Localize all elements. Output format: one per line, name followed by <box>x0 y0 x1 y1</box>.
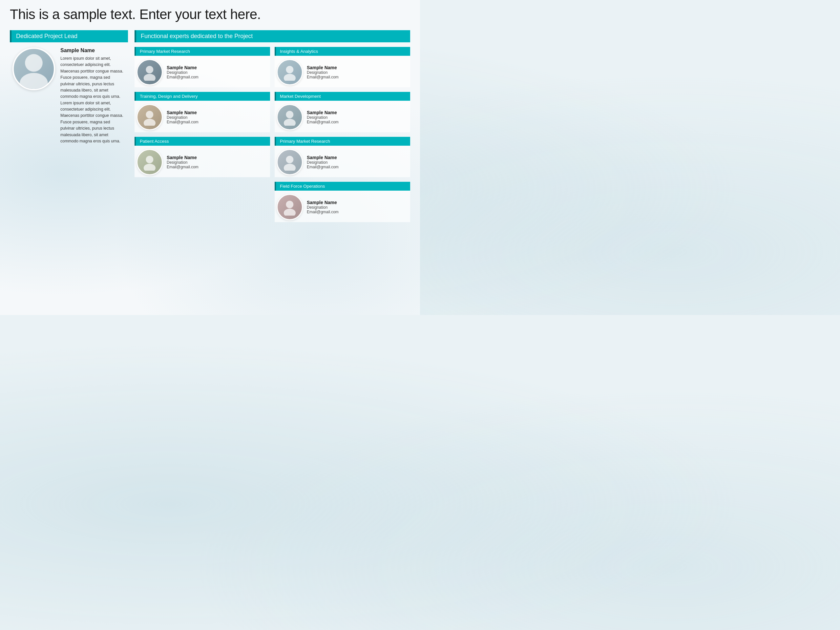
experts-right-column: Insights & Analytics Sample Name Desig <box>275 47 410 222</box>
expert-card-body-6: Sample Name Designation Email@gmail.com <box>275 149 410 177</box>
expert-category-primary-market: Primary Market Research <box>134 47 270 56</box>
expert-card-primary-market: Primary Market Research Sample Name De <box>134 47 270 87</box>
expert-avatar-6 <box>276 149 303 175</box>
expert-name-4: Sample Name <box>307 110 339 115</box>
expert-avatar-4 <box>276 104 303 130</box>
avatar-icon-1 <box>141 64 158 81</box>
expert-designation-4: Designation <box>307 115 339 120</box>
svg-point-13 <box>284 164 296 171</box>
expert-email-3: Email@gmail.com <box>167 120 199 124</box>
lead-content: Sample Name Lorem ipsum dolor sit amet, … <box>10 47 128 144</box>
expert-card-primary-market-2: Primary Market Research Sample Name De <box>275 137 410 177</box>
avatar-icon-3 <box>141 109 158 126</box>
expert-card-body-2: Sample Name Designation Email@gmail.com <box>275 59 410 87</box>
expert-details-1: Sample Name Designation Email@gmail.com <box>167 65 199 79</box>
expert-name-6: Sample Name <box>307 155 339 160</box>
functional-experts-header: Functional experts dedicated to the Proj… <box>134 30 410 42</box>
expert-name-2: Sample Name <box>307 65 339 70</box>
lead-name: Sample Name <box>60 47 125 54</box>
expert-designation-7: Designation <box>307 205 339 210</box>
svg-point-0 <box>25 54 43 72</box>
dedicated-project-lead-header: Dedicated Project Lead <box>10 30 128 42</box>
expert-avatar-1 <box>136 59 163 85</box>
lead-avatar-icon <box>14 49 54 89</box>
lead-info: Sample Name Lorem ipsum dolor sit amet, … <box>60 47 125 144</box>
expert-email-2: Email@gmail.com <box>307 75 339 79</box>
expert-category-market-dev: Market Development <box>275 92 410 101</box>
expert-details-5: Sample Name Designation Email@gmail.com <box>167 155 199 169</box>
expert-card-body-1: Sample Name Designation Email@gmail.com <box>134 59 270 87</box>
right-panel: Functional experts dedicated to the Proj… <box>134 30 410 222</box>
page: This is a sample text. Enter your text h… <box>0 0 420 315</box>
svg-point-15 <box>284 209 296 216</box>
svg-point-7 <box>144 164 156 171</box>
expert-avatar-5 <box>136 149 163 175</box>
expert-name-3: Sample Name <box>167 110 199 115</box>
expert-email-6: Email@gmail.com <box>307 165 339 169</box>
expert-details-3: Sample Name Designation Email@gmail.com <box>167 110 199 124</box>
svg-point-11 <box>284 119 296 126</box>
svg-point-5 <box>144 119 156 126</box>
page-title: This is a sample text. Enter your text h… <box>10 6 410 22</box>
expert-card-field-force: Field Force Operations Sample Name Des <box>275 182 410 222</box>
svg-point-9 <box>284 74 296 81</box>
expert-email-1: Email@gmail.com <box>167 75 199 79</box>
avatar-icon-4 <box>281 109 298 126</box>
expert-details-2: Sample Name Designation Email@gmail.com <box>307 65 339 79</box>
expert-designation-1: Designation <box>167 70 199 75</box>
expert-avatar-3 <box>136 104 163 130</box>
expert-avatar-2 <box>276 59 303 85</box>
expert-name-1: Sample Name <box>167 65 199 70</box>
expert-card-body-7: Sample Name Designation Email@gmail.com <box>275 194 410 222</box>
expert-details-6: Sample Name Designation Email@gmail.com <box>307 155 339 169</box>
svg-point-1 <box>20 73 47 89</box>
expert-category-insights: Insights & Analytics <box>275 47 410 56</box>
expert-category-field-force: Field Force Operations <box>275 182 410 191</box>
expert-card-market-dev: Market Development Sample Name Designa <box>275 92 410 132</box>
svg-point-8 <box>286 66 294 74</box>
expert-category-patient-access: Patient Access <box>134 137 270 146</box>
avatar-icon-6 <box>281 153 298 171</box>
expert-card-insights: Insights & Analytics Sample Name Desig <box>275 47 410 87</box>
expert-email-5: Email@gmail.com <box>167 165 199 169</box>
avatar-icon-5 <box>141 153 158 171</box>
expert-card-body-5: Sample Name Designation Email@gmail.com <box>134 149 270 177</box>
main-layout: Dedicated Project Lead Sample Name Lorem… <box>10 30 410 222</box>
expert-designation-2: Designation <box>307 70 339 75</box>
expert-designation-6: Designation <box>307 160 339 165</box>
svg-point-3 <box>144 74 156 81</box>
expert-card-body-4: Sample Name Designation Email@gmail.com <box>275 104 410 132</box>
svg-point-10 <box>286 111 294 118</box>
svg-point-14 <box>286 201 294 208</box>
left-panel: Dedicated Project Lead Sample Name Lorem… <box>10 30 128 144</box>
expert-details-4: Sample Name Designation Email@gmail.com <box>307 110 339 124</box>
expert-email-4: Email@gmail.com <box>307 120 339 124</box>
expert-designation-3: Designation <box>167 115 199 120</box>
expert-card-patient-access: Patient Access Sample Name Designation <box>134 137 270 177</box>
avatar-icon-7 <box>281 199 298 216</box>
svg-point-4 <box>146 111 153 118</box>
expert-category-training: Training, Design and Delivery <box>134 92 270 101</box>
experts-grid: Primary Market Research Sample Name De <box>134 47 410 222</box>
avatar-icon-2 <box>281 64 298 81</box>
experts-left-column: Primary Market Research Sample Name De <box>134 47 270 222</box>
svg-point-2 <box>146 66 153 74</box>
expert-card-training: Training, Design and Delivery Sample Nam… <box>134 92 270 132</box>
svg-point-6 <box>146 156 153 163</box>
lead-description: Lorem ipsum dolor sit amet, consectetuer… <box>60 55 125 144</box>
svg-point-12 <box>286 156 294 163</box>
expert-card-body-3: Sample Name Designation Email@gmail.com <box>134 104 270 132</box>
expert-designation-5: Designation <box>167 160 199 165</box>
expert-avatar-7 <box>276 194 303 220</box>
expert-name-5: Sample Name <box>167 155 199 160</box>
lead-avatar <box>13 47 55 90</box>
expert-details-7: Sample Name Designation Email@gmail.com <box>307 200 339 214</box>
expert-name-7: Sample Name <box>307 200 339 205</box>
expert-category-primary-market-2: Primary Market Research <box>275 137 410 146</box>
expert-email-7: Email@gmail.com <box>307 210 339 214</box>
